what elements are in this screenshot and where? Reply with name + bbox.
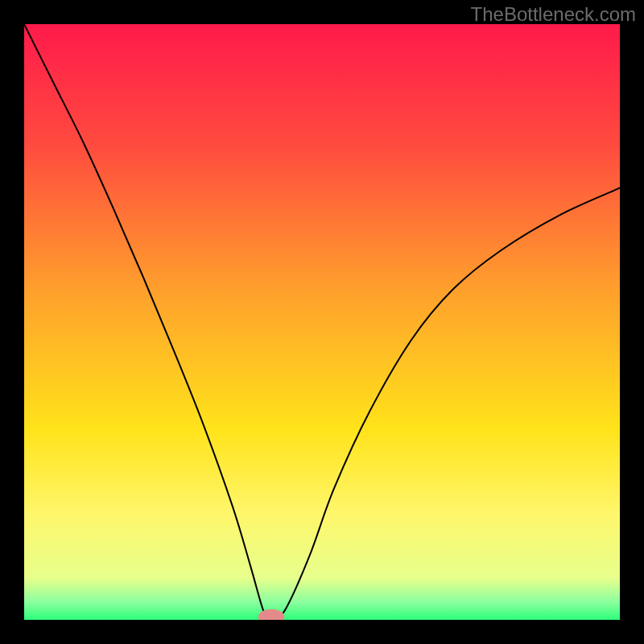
watermark-label: TheBottleneck.com — [471, 3, 636, 26]
chart-svg — [24, 24, 620, 620]
plot-area — [24, 24, 620, 620]
gradient-background — [24, 24, 620, 620]
chart-frame: TheBottleneck.com — [0, 0, 644, 644]
